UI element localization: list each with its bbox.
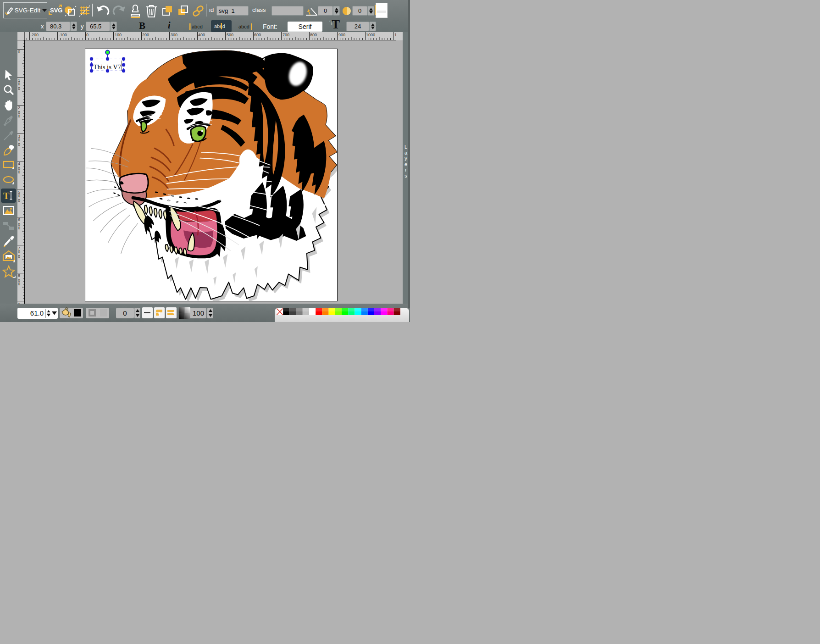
svg-text:0: 0 — [18, 138, 20, 142]
svg-text:1100: 1100 — [394, 33, 396, 37]
svg-text:0: 0 — [18, 170, 20, 174]
svg-text:0: 0 — [18, 194, 20, 198]
svg-text:500: 500 — [227, 33, 233, 37]
svg-text:0: 0 — [18, 198, 20, 203]
svg-text:0: 0 — [18, 50, 20, 54]
svg-text:8: 8 — [18, 273, 20, 278]
svg-text:0: 0 — [18, 86, 20, 91]
svg-text:4: 4 — [18, 161, 20, 166]
svg-text:2: 2 — [18, 105, 20, 110]
svg-text:0: 0 — [18, 114, 20, 118]
svg-text:abcd: abcd — [214, 23, 225, 29]
svg-text:800: 800 — [310, 33, 317, 37]
svg-text:1000: 1000 — [366, 33, 375, 37]
svg-text:400: 400 — [198, 33, 205, 37]
svg-text:0: 0 — [18, 142, 20, 147]
svg-text:0: 0 — [86, 33, 89, 37]
svg-text:0: 0 — [18, 282, 20, 286]
svg-text:-200: -200 — [30, 33, 39, 37]
svg-text:900: 900 — [338, 33, 345, 37]
svg-text:600: 600 — [254, 33, 261, 37]
svg-text:300: 300 — [171, 33, 177, 37]
svg-text:0: 0 — [18, 254, 20, 259]
svg-text:SVG: SVG — [50, 7, 62, 14]
svg-text:0: 0 — [18, 226, 20, 230]
svg-text:6: 6 — [18, 217, 20, 222]
svg-text:700: 700 — [283, 33, 289, 37]
svg-text:T: T — [3, 191, 10, 201]
svg-text:0: 0 — [18, 250, 20, 254]
svg-text:abcd: abcd — [238, 24, 249, 29]
svg-text:-100: -100 — [59, 33, 67, 37]
svg-text:0: 0 — [18, 82, 20, 86]
svg-text:100: 100 — [115, 33, 122, 37]
svg-text:abcd: abcd — [192, 24, 203, 29]
svg-text:200: 200 — [142, 33, 149, 37]
